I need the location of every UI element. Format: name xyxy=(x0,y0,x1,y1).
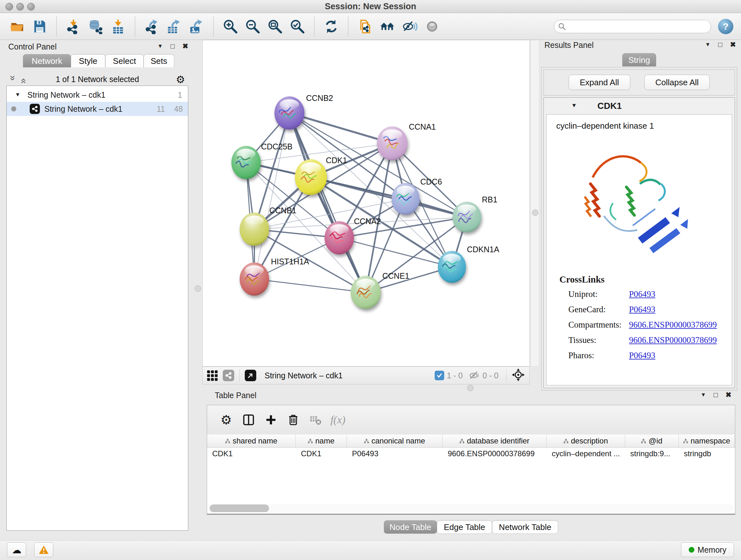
network-node-CDC25B[interactable] xyxy=(231,146,261,179)
crosslink-link[interactable]: P06493 xyxy=(629,305,656,314)
network-tree-row[interactable]: String Network – cdk1 11 48 xyxy=(7,102,188,116)
network-share-icon[interactable] xyxy=(223,370,234,381)
crosslink-link[interactable]: 9606.ENSP00000378699 xyxy=(629,320,717,330)
import-network-icon[interactable] xyxy=(64,17,83,37)
crosslink-link[interactable]: P06493 xyxy=(629,289,656,299)
panel-menu-icon[interactable]: ▼ xyxy=(157,43,163,50)
tab-edge-table[interactable]: Edge Table xyxy=(437,520,492,534)
hide-selected-icon[interactable] xyxy=(400,17,419,37)
show-columns-icon[interactable] xyxy=(241,412,256,428)
help-button[interactable]: ? xyxy=(718,19,733,34)
network-node-CCNA2[interactable] xyxy=(325,221,354,254)
crosslink-link[interactable]: P06493 xyxy=(629,351,656,361)
table-cell: stringdb xyxy=(679,447,735,460)
network-node-CDC6[interactable] xyxy=(392,183,420,215)
column-header-shared-name[interactable]: shared name xyxy=(207,435,296,447)
memory-label: Memory xyxy=(697,545,726,555)
panel-float-icon[interactable]: □ xyxy=(171,42,175,51)
zoom-out-icon[interactable] xyxy=(243,17,262,37)
network-node-CDK1[interactable] xyxy=(295,159,327,195)
network-node-CCNB2[interactable] xyxy=(274,97,305,130)
network-node-CCNB1[interactable] xyxy=(240,212,269,246)
search-input[interactable] xyxy=(566,22,707,31)
export-network-icon[interactable] xyxy=(142,17,161,37)
collapse-all-button[interactable]: Collapse All xyxy=(644,75,710,90)
column-header-description[interactable]: description xyxy=(547,435,625,447)
table-close-icon[interactable]: ✖ xyxy=(726,391,731,399)
network-canvas[interactable]: CCNB2CCNA1CDC25BCDK1CDC6RB1CCNB1CCNA2CDK… xyxy=(202,40,530,367)
table-float-icon[interactable]: □ xyxy=(714,391,718,399)
selected-count: 1 - 0 xyxy=(447,371,463,380)
crosslink-link[interactable]: 9606.ENSP00000378699 xyxy=(629,335,717,345)
table-cell: CDK1 xyxy=(296,447,347,460)
panel-close-icon[interactable]: ✖ xyxy=(183,42,188,51)
table-horizontal-scrollbar[interactable] xyxy=(208,504,734,512)
network-tree-root-row[interactable]: ▼ String Network – cdk1 1 xyxy=(7,88,188,102)
delete-column-trash-icon[interactable] xyxy=(286,412,301,428)
network-node-CDKN1A[interactable] xyxy=(438,251,466,283)
fit-selected-crosshair-icon[interactable] xyxy=(512,368,525,383)
table-panel: Table Panel ▼ □ ✖ ⚙ f(x) shared namename… xyxy=(204,390,738,540)
left-splitter-handle[interactable] xyxy=(195,286,201,292)
search-box[interactable] xyxy=(554,20,711,33)
results-float-icon[interactable]: □ xyxy=(718,41,722,49)
right-splitter[interactable] xyxy=(530,40,539,367)
table-row[interactable]: CDK1CDK1P064939606.ENSP00000378699cyclin… xyxy=(207,447,735,460)
refresh-icon[interactable] xyxy=(322,17,341,37)
selected-items-checkbox[interactable] xyxy=(434,371,444,380)
tab-style[interactable]: Style xyxy=(71,54,105,67)
section-expander-icon[interactable]: ▼ xyxy=(571,102,577,109)
table-menu-icon[interactable]: ▼ xyxy=(700,392,706,398)
duplicate-network-icon[interactable] xyxy=(355,17,375,37)
table-cell: 9606.ENSP00000378699 xyxy=(443,447,547,460)
column-header-name[interactable]: name xyxy=(296,435,347,447)
node-label-CDC6: CDC6 xyxy=(420,177,442,186)
open-in-new-window-icon[interactable] xyxy=(245,370,256,381)
first-neighbors-icon[interactable] xyxy=(378,17,397,37)
zoom-selected-icon[interactable] xyxy=(288,17,307,37)
tab-string[interactable]: String xyxy=(622,53,656,66)
search-area: ? xyxy=(554,19,733,34)
table-settings-gear-icon[interactable]: ⚙ xyxy=(219,412,234,428)
cloud-status-button[interactable]: ☁ xyxy=(7,543,26,557)
column-header-database-identifier[interactable]: database identifier xyxy=(443,435,547,447)
right-splitter-handle[interactable] xyxy=(532,209,538,216)
column-header--id[interactable]: @id xyxy=(625,435,679,447)
tab-node-table[interactable]: Node Table xyxy=(384,520,437,534)
tab-network[interactable]: Network xyxy=(23,54,71,67)
status-bar: ☁ Memory xyxy=(0,540,741,560)
tab-select[interactable]: Select xyxy=(105,54,144,67)
network-node-HIST1H1A[interactable] xyxy=(240,262,269,296)
zoom-in-icon[interactable] xyxy=(221,17,240,37)
tab-sets[interactable]: Sets xyxy=(144,54,174,67)
open-session-icon[interactable] xyxy=(8,17,27,37)
column-header-namespace[interactable]: namespace xyxy=(679,435,735,447)
network-options-gear-icon[interactable]: ⚙ xyxy=(176,73,185,85)
network-node-CCNE1[interactable] xyxy=(351,276,381,309)
results-menu-icon[interactable]: ▼ xyxy=(705,42,711,48)
export-table-icon[interactable] xyxy=(165,17,184,37)
show-all-icon[interactable] xyxy=(422,17,442,37)
node-result-section: ▼ CDK1 cyclin–dependent kinase 1 CrossLi… xyxy=(543,98,735,388)
scrollbar-thumb[interactable] xyxy=(210,504,269,512)
birdseye-grid-icon[interactable] xyxy=(207,370,218,381)
node-result-header[interactable]: ▼ CDK1 xyxy=(544,98,735,114)
crosslinks-section: CrossLinks Uniprot:P06493GeneCard:P06493… xyxy=(559,274,725,366)
export-image-icon[interactable] xyxy=(187,17,206,37)
network-node-RB1[interactable] xyxy=(453,202,481,233)
add-column-icon[interactable] xyxy=(263,412,279,428)
expand-all-button[interactable]: Expand All xyxy=(569,75,630,90)
tree-expander-icon[interactable]: ▼ xyxy=(15,91,20,98)
column-header-canonical-name[interactable]: canonical name xyxy=(347,435,443,447)
save-session-icon[interactable] xyxy=(30,17,49,37)
zoom-fit-icon[interactable] xyxy=(266,17,285,37)
results-close-icon[interactable]: ✖ xyxy=(730,41,736,49)
import-database-icon[interactable] xyxy=(86,17,105,37)
network-edge xyxy=(289,113,392,143)
network-node-CCNA1[interactable] xyxy=(377,126,408,160)
tab-network-table[interactable]: Network Table xyxy=(492,520,558,534)
memory-button[interactable]: Memory xyxy=(681,543,734,557)
import-table-icon[interactable] xyxy=(109,17,128,37)
warnings-button[interactable] xyxy=(34,543,53,557)
control-panel: Control Panel ▼ □ ✖ NetworkStyleSelectSe… xyxy=(4,42,191,533)
